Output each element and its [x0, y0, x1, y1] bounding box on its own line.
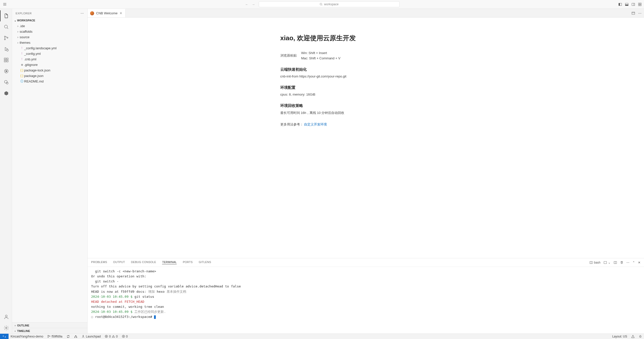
folder-item[interactable]: ›.ide — [12, 23, 87, 29]
init-heading: 云端快速初始化 — [280, 67, 451, 72]
split-editor-icon[interactable] — [631, 11, 635, 15]
item-label: source — [20, 35, 29, 39]
file-item[interactable]: !.cnb.yml — [12, 56, 87, 62]
nav-forward-icon[interactable]: → — [251, 2, 256, 7]
activity-extensions[interactable] — [0, 55, 12, 66]
activity-live[interactable] — [0, 66, 12, 77]
svg-point-17 — [4, 25, 7, 28]
remote-indicator[interactable] — [0, 334, 9, 339]
svg-point-52 — [123, 336, 124, 337]
chevron-right-icon: › — [13, 324, 17, 327]
outline-section[interactable]: › OUTLINE — [12, 322, 87, 328]
port-count: 0 — [126, 335, 128, 338]
env-line: cpus: 8, memory: 16GiB — [280, 93, 451, 96]
svg-point-20 — [4, 39, 5, 40]
svg-point-3 — [320, 3, 322, 5]
svg-rect-13 — [638, 3, 639, 4]
outline-label: OUTLINE — [17, 324, 29, 327]
svg-line-18 — [7, 28, 8, 29]
tab-ports[interactable]: PORTS — [183, 261, 193, 264]
svg-rect-26 — [6, 60, 8, 62]
panel-close-icon[interactable]: ✕ — [638, 261, 640, 264]
activity-inspect[interactable] — [0, 77, 12, 88]
svg-rect-24 — [4, 58, 6, 60]
file-item[interactable]: !_config.yml — [12, 51, 87, 56]
svg-rect-10 — [625, 5, 628, 6]
terminal-output[interactable]: git switch -c <new-branch-name>Or undo t… — [88, 267, 644, 333]
workspace-label: WORKSPACE — [17, 19, 35, 22]
item-label: themes — [20, 41, 30, 45]
custom-env-link[interactable]: 自定义开发环境 — [304, 122, 327, 126]
status-repo[interactable]: KincaidYang/hexo-demo — [9, 334, 45, 339]
layout-left-icon[interactable] — [618, 2, 622, 7]
command-center[interactable]: workspace — [259, 1, 400, 7]
svg-rect-25 — [4, 60, 6, 62]
status-graph[interactable] — [72, 334, 80, 339]
activity-scm[interactable] — [0, 32, 12, 44]
status-bell-icon[interactable] — [637, 335, 644, 338]
activity-search[interactable] — [0, 21, 12, 32]
file-icon: ! — [20, 52, 24, 55]
folder-item[interactable]: ›source — [12, 34, 87, 40]
nav-back-icon[interactable]: ← — [245, 2, 249, 7]
activity-debug[interactable] — [0, 44, 12, 55]
svg-point-45 — [74, 337, 75, 338]
editor-more-icon[interactable]: ⋯ — [638, 11, 641, 15]
file-item[interactable]: ⓘREADME.md — [12, 78, 87, 84]
status-problems[interactable]: 0 0 — [103, 334, 120, 339]
status-launchpad[interactable]: Launchpad — [80, 334, 103, 339]
svg-point-21 — [7, 37, 8, 38]
svg-marker-32 — [4, 91, 8, 96]
item-label: package.json — [24, 74, 44, 78]
svg-rect-7 — [619, 3, 620, 5]
shell-name: bash — [594, 261, 600, 264]
kill-terminal-icon[interactable] — [620, 261, 623, 264]
item-label: README.md — [24, 79, 44, 83]
explorer-more-icon[interactable]: ⋯ — [81, 11, 84, 15]
tab-problems[interactable]: PROBLEMS — [91, 261, 107, 264]
layout-customize-icon[interactable] — [637, 2, 642, 7]
explorer-title: EXPLORER — [16, 12, 32, 15]
file-item[interactable]: !_config.landscape.yml — [12, 45, 87, 51]
chevron-right-icon: › — [16, 24, 20, 28]
file-item[interactable]: { }package.json — [12, 73, 87, 78]
close-icon[interactable]: ✕ — [120, 11, 122, 15]
timeline-label: TIMELINE — [17, 329, 30, 332]
error-count: 0 — [109, 335, 111, 338]
tab-terminal[interactable]: TERMINAL — [162, 261, 177, 264]
new-terminal-icon[interactable]: ⌄ — [603, 261, 611, 264]
status-ports[interactable]: 0 — [120, 334, 130, 339]
svg-point-19 — [4, 36, 5, 37]
file-item[interactable]: { }package-lock.json — [12, 67, 87, 73]
activity-hex[interactable] — [0, 88, 12, 99]
timeline-section[interactable]: › TIMELINE — [12, 328, 87, 333]
item-label: package-lock.json — [24, 68, 50, 72]
status-layout[interactable]: Layout: US — [610, 335, 629, 338]
terminal-profile[interactable]: bash — [589, 261, 600, 264]
menu-button[interactable] — [3, 2, 7, 7]
layout-bottom-icon[interactable] — [624, 2, 629, 7]
activity-accounts[interactable] — [0, 311, 12, 322]
folder-item[interactable]: ›themes — [12, 40, 87, 45]
activity-settings[interactable] — [0, 322, 12, 333]
recycle-heading: 环境回收策略 — [280, 103, 451, 108]
file-item[interactable]: ◈.gitignore — [12, 62, 87, 67]
status-branch[interactable]: f59ffd9a — [45, 334, 64, 339]
item-label: .gitignore — [24, 63, 37, 67]
workspace-section[interactable]: ⌄ WORKSPACE — [12, 18, 87, 23]
tab-output[interactable]: OUTPUT — [113, 261, 125, 264]
folder-item[interactable]: ›scaffolds — [12, 29, 87, 34]
tab-debug-console[interactable]: DEBUG CONSOLE — [131, 261, 156, 264]
status-feedback-icon[interactable] — [629, 335, 637, 338]
init-line: cnb-init-from https://your-git.com/your-… — [280, 74, 451, 78]
layout-right-icon[interactable] — [631, 2, 635, 7]
activity-explorer[interactable] — [0, 10, 12, 21]
tab-cnb-welcome[interactable]: CNB Welcome ✕ — [88, 9, 126, 17]
panel-more-icon[interactable]: ⋯ — [626, 261, 629, 264]
item-label: scaffolds — [20, 30, 32, 33]
split-terminal-icon[interactable] — [614, 261, 617, 264]
tab-gitlens[interactable]: GITLENS — [199, 261, 211, 264]
svg-point-33 — [5, 315, 7, 317]
status-sync[interactable] — [64, 334, 72, 339]
panel-maximize-icon[interactable]: ⌃ — [632, 261, 635, 264]
